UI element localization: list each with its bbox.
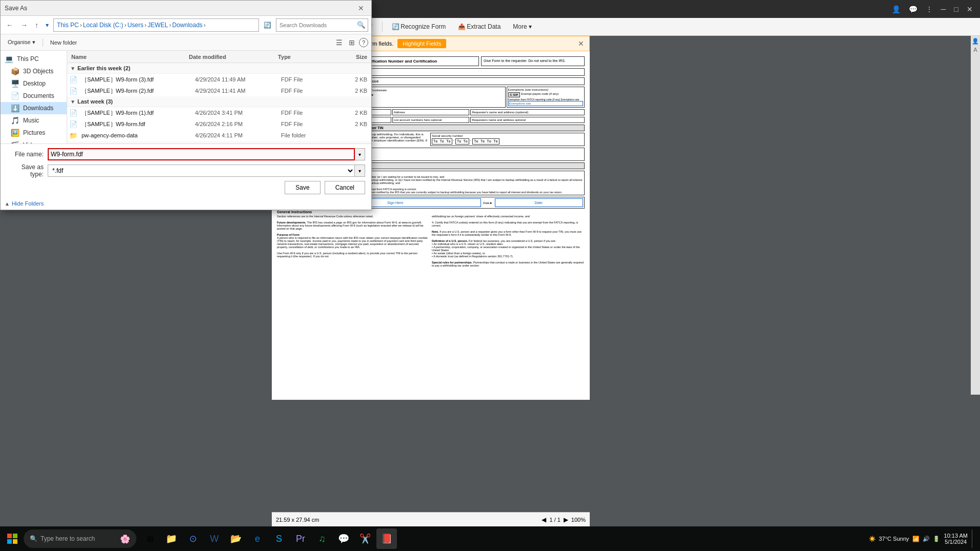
table-row[interactable]: 📄 ［SAMPLE］W9-form (3).fdf 4/29/2024 11:4… bbox=[67, 74, 371, 85]
minimize-btn[interactable]: ─ bbox=[938, 3, 949, 15]
file-date-2: 4/29/2024 11:41 AM bbox=[193, 88, 279, 94]
sidebar-item-desktop[interactable]: 🖥️ Desktop bbox=[1, 77, 67, 90]
table-row[interactable]: 📄 ［SAMPLE］W9-form (2).fdf 4/29/2024 11:4… bbox=[67, 85, 371, 96]
page-next-btn[interactable]: ▶ bbox=[564, 516, 568, 523]
search-box[interactable]: 🔍 bbox=[276, 18, 368, 32]
user-icon-btn[interactable]: 👤 bbox=[889, 3, 904, 15]
help-button[interactable]: ? bbox=[359, 38, 368, 47]
search-submit-button[interactable]: 🔍 bbox=[355, 21, 368, 29]
search-input[interactable] bbox=[276, 19, 355, 31]
taskbar-app-chrome[interactable]: ⊙ bbox=[183, 528, 203, 549]
sidebar-icon-2[interactable]: A bbox=[973, 47, 977, 53]
more-btn[interactable]: More ▾ bbox=[508, 22, 537, 32]
file-list-header: Name Date modified Type Size bbox=[67, 51, 371, 63]
pdf-dimensions: 21.59 x 27.94 cm bbox=[276, 517, 319, 523]
path-local-disk[interactable]: Local Disk (C:) bbox=[83, 22, 124, 29]
clock[interactable]: 10:13 AM 5/1/2024 bbox=[944, 533, 968, 545]
taskbar-search-box[interactable]: 🔍 Type here to search 🌸 bbox=[24, 529, 136, 548]
sidebar-icon-1[interactable]: 👤 bbox=[972, 38, 979, 45]
taskbar-app-whatsapp[interactable]: 💬 bbox=[333, 528, 354, 549]
documents-icon: 📄 bbox=[11, 92, 20, 100]
sidebar-item-3d-objects[interactable]: 📦 3D Objects bbox=[1, 65, 67, 77]
path-this-pc[interactable]: This PC bbox=[57, 22, 79, 29]
taskbar-app-premiere[interactable]: Pr bbox=[290, 528, 311, 549]
highlight-fields-button[interactable]: Highlight Fields bbox=[397, 39, 446, 48]
extract-data-btn[interactable]: 📤 Extract Data bbox=[453, 22, 506, 32]
volume-tray-icon[interactable]: 🔊 bbox=[923, 536, 930, 542]
group-last-week[interactable]: ▼ Last week (3) bbox=[67, 96, 371, 107]
file-size-2: 2 KB bbox=[338, 88, 369, 94]
table-row[interactable]: 📄 ［SAMPLE］W9-form.fdf 4/26/2024 2:16 PM … bbox=[67, 118, 371, 130]
taskbar-app-task-view[interactable]: ⊞ bbox=[139, 528, 160, 549]
pdf-subtitle: Give Form to the requester. Do not send … bbox=[481, 56, 585, 66]
pictures-icon: 🖼️ bbox=[11, 129, 20, 137]
back-button[interactable]: ← bbox=[4, 19, 16, 31]
taskbar-app-spotify[interactable]: ♫ bbox=[312, 528, 332, 549]
button-row: Save Cancel bbox=[7, 181, 365, 194]
forward-button[interactable]: → bbox=[18, 19, 30, 31]
view-options-button[interactable]: ☰ bbox=[334, 37, 345, 48]
this-pc-icon: 💻 bbox=[5, 55, 14, 63]
filetype-dropdown-btn[interactable]: ▾ bbox=[355, 165, 365, 177]
filename-dropdown-btn[interactable]: ▾ bbox=[355, 148, 365, 160]
taskbar-app-explorer[interactable]: 📁 bbox=[161, 528, 182, 549]
taskbar-app-snip[interactable]: ✂️ bbox=[355, 528, 375, 549]
taskbar-app-edge[interactable]: e bbox=[247, 528, 268, 549]
new-folder-button[interactable]: New folder bbox=[46, 38, 82, 47]
whatsapp-icon: 💬 bbox=[338, 533, 349, 544]
taskbar-app-skype[interactable]: S bbox=[269, 528, 289, 549]
weather-temp: 37°C Sunny bbox=[879, 536, 909, 542]
3d-objects-icon: 📦 bbox=[11, 67, 20, 75]
dialog-close-button[interactable]: ✕ bbox=[355, 3, 367, 13]
organise-button[interactable]: Organise ▾ bbox=[4, 37, 39, 47]
chat-icon-btn[interactable]: 💬 bbox=[906, 3, 921, 15]
taskbar-app-pdf[interactable]: 📕 bbox=[376, 528, 397, 549]
hide-folders-button[interactable]: Hide Folders bbox=[12, 200, 44, 207]
battery-tray-icon: 🔋 bbox=[933, 536, 940, 542]
table-row[interactable]: 📄 ［SAMPLE］W9-form (1).fdf 4/26/2024 3:41… bbox=[67, 107, 371, 118]
recognize-form-btn[interactable]: 🔄 Recognize Form bbox=[387, 22, 451, 32]
view-toggle-button[interactable]: ⊞ bbox=[347, 37, 357, 48]
chevron-last-week: ▼ bbox=[70, 99, 75, 105]
col-size-header[interactable]: Size bbox=[337, 54, 369, 60]
app-close-btn[interactable]: ✕ bbox=[964, 3, 976, 15]
col-date-header[interactable]: Date modified bbox=[187, 54, 276, 60]
page-prev-btn[interactable]: ◀ bbox=[542, 516, 546, 523]
file-icon-4: 📄 bbox=[69, 120, 77, 128]
path-users[interactable]: Users bbox=[127, 22, 143, 29]
sidebar-item-documents[interactable]: 📄 Documents bbox=[1, 90, 67, 102]
path-downloads[interactable]: Downloads bbox=[172, 22, 203, 29]
file-size-3: 2 KB bbox=[338, 110, 369, 116]
start-button[interactable] bbox=[2, 528, 23, 549]
desktop-icon: 🖥️ bbox=[11, 79, 20, 88]
up-button[interactable]: ↑ bbox=[32, 19, 41, 31]
cancel-button[interactable]: Cancel bbox=[325, 181, 365, 194]
maximize-btn[interactable]: □ bbox=[951, 3, 962, 15]
col-name-header[interactable]: Name bbox=[69, 54, 187, 60]
sidebar-item-downloads[interactable]: ⬇️ Downloads bbox=[1, 102, 67, 114]
col-type-header[interactable]: Type bbox=[276, 54, 337, 60]
taskbar-app-explorer2[interactable]: 📂 bbox=[226, 528, 246, 549]
pdf-statusbar: 21.59 x 27.94 cm ◀ 1 / 1 ▶ 100% bbox=[272, 512, 590, 526]
expand-path-button[interactable]: ▾ bbox=[43, 20, 51, 30]
sidebar-item-this-pc[interactable]: 💻 This PC bbox=[1, 53, 67, 65]
explorer-icon: 📁 bbox=[166, 533, 177, 544]
filetype-select[interactable]: *.fdf bbox=[48, 165, 355, 177]
refresh-button[interactable]: 🔄 bbox=[261, 20, 274, 30]
path-jewel[interactable]: JEWEL bbox=[148, 22, 168, 29]
page-info: 1 / 1 bbox=[549, 517, 560, 523]
sidebar-item-music[interactable]: 🎵 Music bbox=[1, 114, 67, 127]
group-earlier-this-week[interactable]: ▼ Earlier this week (2) bbox=[67, 63, 371, 74]
save-button[interactable]: Save bbox=[285, 181, 320, 194]
taskbar-app-word[interactable]: W bbox=[204, 528, 225, 549]
weather-icon: ☀️ bbox=[869, 536, 876, 542]
sidebar-item-pictures[interactable]: 🖼️ Pictures bbox=[1, 127, 67, 139]
highlight-bar-close[interactable]: ✕ bbox=[578, 39, 584, 48]
table-row[interactable]: 📁 pw-agency-demo-data 4/26/2024 4:11 PM … bbox=[67, 130, 371, 141]
menu-icon-btn[interactable]: ⋮ bbox=[923, 3, 936, 15]
network-tray-icon[interactable]: 📶 bbox=[912, 536, 919, 542]
show-desktop-btn[interactable] bbox=[972, 529, 974, 548]
filename-input[interactable] bbox=[48, 148, 355, 160]
sidebar-item-videos[interactable]: 🎬 Videos bbox=[1, 139, 67, 144]
filename-row: File name: ▾ bbox=[7, 148, 365, 160]
